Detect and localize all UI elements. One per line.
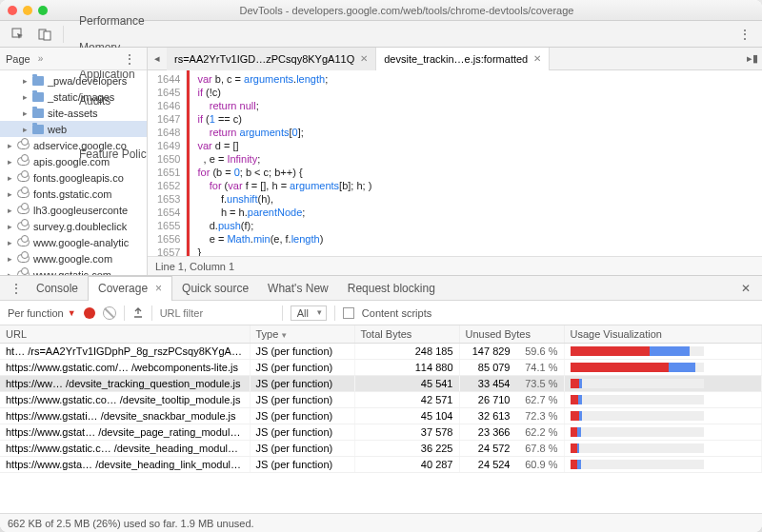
expand-arrow-icon[interactable]: ▸ <box>6 141 13 150</box>
column-header[interactable]: URL <box>0 325 250 344</box>
expand-arrow-icon[interactable]: ▸ <box>21 76 29 86</box>
cloud-icon <box>17 173 30 182</box>
expand-arrow-icon[interactable]: ▸ <box>6 222 13 231</box>
tree-item[interactable]: ▸apis.google.com <box>0 153 147 169</box>
column-header[interactable]: Usage Visualization <box>564 325 762 344</box>
close-icon[interactable] <box>8 6 17 15</box>
expand-arrow-icon[interactable]: ▸ <box>6 254 13 264</box>
tree-item-label: _static/images <box>48 91 114 103</box>
code-editor[interactable]: 1644164516461647164816491650165116521653… <box>148 70 762 256</box>
editor-pane: ◂ rs=AA2YrTv1IGD…zPCsqy8KYgA11Q✕devsite_… <box>148 48 762 275</box>
cell-total: 40 287 <box>354 457 459 473</box>
tree-item-label: apis.google.com <box>33 156 110 167</box>
close-tab-icon[interactable]: × <box>155 282 162 295</box>
close-tab-icon[interactable]: ✕ <box>533 53 541 64</box>
coverage-row[interactable]: https://www.gstati… /devsite_snackbar_mo… <box>0 408 762 424</box>
folder-icon <box>32 92 44 102</box>
main-tab-network[interactable]: Network <box>70 0 162 8</box>
line-gutter: 1644164516461647164816491650165116521653… <box>148 70 187 256</box>
sidebar-more-icon[interactable]: ⋮ <box>118 51 141 67</box>
cell-type: JS (per function) <box>250 360 354 376</box>
content-scripts-checkbox[interactable] <box>343 307 354 319</box>
url-filter-input[interactable] <box>160 307 274 319</box>
expand-arrow-icon[interactable]: ▸ <box>6 189 13 199</box>
minimize-icon[interactable] <box>23 6 32 15</box>
inspect-icon[interactable] <box>6 24 30 45</box>
tree-item[interactable]: ▸fonts.googleapis.co <box>0 169 147 186</box>
expand-arrow-icon[interactable]: ▸ <box>21 108 29 118</box>
maximize-icon[interactable] <box>38 6 48 15</box>
folder-icon <box>32 125 44 134</box>
drawer-tab-quick-source[interactable]: Quick source <box>172 276 258 301</box>
nav-back-icon[interactable]: ◂ <box>148 52 167 65</box>
coverage-row[interactable]: https://www.gsta… /devsite_heading_link_… <box>0 457 762 473</box>
tree-item-label: www.google-analytic <box>33 237 129 248</box>
drawer-tab-coverage[interactable]: Coverage× <box>88 276 172 301</box>
cell-total: 45 541 <box>354 376 459 392</box>
chevron-right-icon[interactable]: » <box>38 53 44 64</box>
export-icon[interactable] <box>132 307 144 319</box>
file-tab[interactable]: rs=AA2YrTv1IGD…zPCsqy8KYgA11Q✕ <box>167 48 376 70</box>
column-header[interactable]: Type▼ <box>250 325 354 344</box>
expand-arrow-icon[interactable]: ▸ <box>21 125 29 134</box>
cell-url: https://ww… /devsite_tracking_question_m… <box>0 376 250 392</box>
expand-arrow-icon[interactable]: ▸ <box>6 270 13 276</box>
device-toggle-icon[interactable] <box>32 24 57 45</box>
cell-unused: 24 52460.9 % <box>459 457 564 473</box>
column-header[interactable]: Unused Bytes <box>459 325 564 344</box>
sidebar-tab-page[interactable]: Page <box>6 53 30 65</box>
svg-rect-2 <box>44 31 50 40</box>
cell-total: 42 571 <box>354 392 459 408</box>
tree-item[interactable]: ▸fonts.gstatic.com <box>0 186 147 202</box>
cell-url: https://www.gstatic.c… /devsite_heading_… <box>0 441 250 457</box>
coverage-table[interactable]: URLType▼Total BytesUnused BytesUsage Vis… <box>0 325 762 513</box>
more-menu-icon[interactable]: ⋮ <box>733 27 756 42</box>
coverage-row[interactable]: https://ww… /devsite_tracking_question_m… <box>0 376 762 392</box>
drawer-tab-what-s-new[interactable]: What's New <box>258 276 338 301</box>
coverage-mode-select[interactable]: Per function ▼ <box>8 307 76 319</box>
tree-item-label: _pwa/developers <box>48 75 127 87</box>
cell-url: https://www.gsta… /devsite_heading_link_… <box>0 457 250 473</box>
tree-item[interactable]: ▸site-assets <box>0 105 147 121</box>
file-tab[interactable]: devsite_trackin…e.js:formatted✕ <box>376 48 550 70</box>
file-tree[interactable]: ▸_pwa/developers▸_static/images▸site-ass… <box>0 70 147 275</box>
divider <box>334 305 335 321</box>
file-tab-bar: ◂ rs=AA2YrTv1IGD…zPCsqy8KYgA11Q✕devsite_… <box>148 48 762 70</box>
cell-type: JS (per function) <box>250 376 354 392</box>
cell-type: JS (per function) <box>250 344 354 360</box>
drawer-more-icon[interactable]: ⋮ <box>4 281 27 296</box>
expand-arrow-icon[interactable]: ▸ <box>21 92 29 102</box>
tree-item[interactable]: ▸survey.g.doubleclick <box>0 218 147 234</box>
drawer-tab-console[interactable]: Console <box>27 276 88 301</box>
coverage-row[interactable]: https://www.gstatic.c… /devsite_heading_… <box>0 441 762 457</box>
drawer-close-icon[interactable]: ✕ <box>733 282 758 295</box>
drawer-tab-request-blocking[interactable]: Request blocking <box>338 276 445 301</box>
cell-type: JS (per function) <box>250 408 354 424</box>
tree-item[interactable]: ▸www.gstatic.com <box>0 266 147 275</box>
coverage-row[interactable]: https://www.gstatic.com/… /webcomponents… <box>0 360 762 376</box>
expand-arrow-icon[interactable]: ▸ <box>6 238 13 247</box>
expand-arrow-icon[interactable]: ▸ <box>6 206 13 215</box>
tree-item[interactable]: ▸_pwa/developers <box>0 72 147 89</box>
coverage-row[interactable]: https://www.gstat… /devsite_page_rating_… <box>0 424 762 441</box>
coverage-row[interactable]: https://www.gstatic.co… /devsite_tooltip… <box>0 392 762 408</box>
coverage-row[interactable]: ht… /rs=AA2YrTv1IGDphP_8g_rszPCsqy8KYgA1… <box>0 344 762 360</box>
cell-unused: 23 36662.2 % <box>459 424 564 441</box>
main-tab-performance[interactable]: Performance <box>70 8 162 34</box>
clear-icon[interactable] <box>103 306 116 320</box>
tree-item[interactable]: ▸www.google-analytic <box>0 234 147 250</box>
tree-item[interactable]: ▸_static/images <box>0 89 147 105</box>
expand-arrow-icon[interactable]: ▸ <box>6 157 13 167</box>
record-icon[interactable] <box>84 307 95 319</box>
expand-arrow-icon[interactable]: ▸ <box>6 173 13 183</box>
tree-item[interactable]: ▸lh3.googleuserconte <box>0 202 147 218</box>
close-tab-icon[interactable]: ✕ <box>360 53 368 64</box>
code-content[interactable]: var b, c = arguments.length; if (!c) ret… <box>190 70 371 256</box>
tree-item[interactable]: ▸web <box>0 121 147 137</box>
column-header[interactable]: Total Bytes <box>354 325 459 344</box>
tree-item[interactable]: ▸www.google.com <box>0 250 147 266</box>
type-filter-select[interactable]: All <box>291 305 327 321</box>
tree-item[interactable]: ▸adservice.google.co <box>0 137 147 153</box>
nav-fwd-icon[interactable]: ▸▮ <box>743 52 762 65</box>
cell-viz <box>564 457 762 473</box>
